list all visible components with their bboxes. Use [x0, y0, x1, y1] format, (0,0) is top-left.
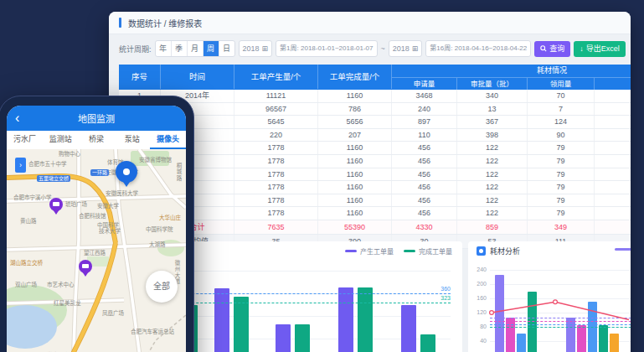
map-label: 合肥市五十中学 [28, 159, 67, 168]
y-axis-tick-label: 80 [470, 324, 487, 329]
table-cell: 79 [528, 155, 595, 168]
bar-generated [214, 288, 229, 352]
table-cell: 690 [595, 103, 631, 116]
legend-item-完成工单量[interactable]: 完成工单量 [404, 246, 452, 256]
period-label: 统计周期: [119, 44, 152, 54]
table-cell: 1778 [234, 194, 318, 207]
charts-row: 产生工单量完成工单量 360323 耗材分析 2402001601208040 [119, 241, 631, 352]
breadcrumb-accent-bar [119, 18, 121, 28]
table-cell: 67 [595, 142, 631, 154]
table-group-header: 耗材情况 [392, 65, 631, 78]
legend-marker [345, 250, 357, 252]
table-cell: 1778 [234, 168, 318, 181]
map-label: 双山广场 [15, 280, 37, 288]
map-label: 合肥汽车客运总站 [131, 327, 174, 335]
consumable-bar [517, 334, 526, 352]
table-cell: 70 [528, 90, 595, 102]
table-cell: 4330 [392, 220, 457, 234]
period-segment-季[interactable]: 季 [172, 41, 188, 56]
table-cell: 207 [318, 129, 392, 142]
table-cell: 67 [595, 155, 631, 168]
table-cell: 1160 [318, 181, 392, 194]
legend-label: 产生工单量 [360, 246, 394, 256]
table-row: 356455656897367124129 [119, 116, 631, 129]
period-segments: 年季月周日 [155, 40, 235, 57]
chart-legend: 产生工单量完成工单量 [345, 246, 452, 256]
map-expand-button[interactable]: › [15, 158, 26, 173]
range-separator: ~ [381, 44, 385, 53]
phone-tab-泵站[interactable]: 泵站 [114, 131, 150, 149]
table-cell: 1160 [318, 207, 392, 220]
table-subheader-cell: 审批量（批） [457, 78, 528, 90]
query-label: 查询 [549, 41, 564, 57]
table-cell: 124 [528, 116, 595, 128]
table-cell: 1160 [318, 168, 392, 181]
table-cell: 7 [528, 103, 595, 116]
table-cell: 96567 [234, 103, 318, 116]
filter-bar: 统计周期: 年季月周日 2018 ⊞ 第1周: 2018-01-01~2018-… [109, 37, 631, 60]
table-cell: 1160 [318, 90, 392, 102]
period-segment-年[interactable]: 年 [156, 41, 172, 56]
camera-pin-icon[interactable] [49, 198, 63, 211]
table-cell: 859 [457, 220, 528, 234]
table-cell: 456 [392, 142, 457, 154]
table-cell: 122 [457, 194, 528, 207]
week-range-from-input[interactable]: 第1周: 2018-01-01~2018-01-07 [276, 40, 377, 57]
table-cell: 67 [595, 168, 631, 181]
y-axis-tick-label: 160 [470, 295, 487, 301]
export-label: 导出Excel [586, 41, 620, 57]
camera-pin-icon[interactable] [79, 260, 92, 273]
period-segment-月[interactable]: 月 [188, 41, 204, 56]
chart-gridline [490, 284, 631, 285]
map-view[interactable]: › 全部 购物中心合肥市五十中学体育馆安徽农业大学安徽省博物馆桐城路一环路五里墩… [7, 149, 186, 352]
chart-gridline [490, 298, 631, 299]
legend-label: 完成工单量 [419, 246, 452, 256]
y-axis-tick-label: 240 [470, 267, 487, 272]
map-label: 一环路 [90, 169, 109, 176]
period-segment-日[interactable]: 日 [219, 41, 234, 56]
map-label: 安徽大学 [97, 201, 119, 210]
year-to-select[interactable]: 2018 ⊞ [389, 40, 423, 57]
selected-location-pin-icon[interactable] [116, 161, 137, 183]
y-axis-tick-label: 200 [470, 281, 487, 287]
table-row: 7177811604561227967 [119, 168, 631, 182]
map-label: 购物中心 [59, 149, 80, 158]
download-icon: ↓ [580, 41, 584, 57]
map-label: 安徽省博物馆 [139, 155, 172, 163]
phone-tab-污水厂[interactable]: 污水厂 [7, 131, 43, 149]
export-excel-button[interactable]: ↓ 导出Excel [574, 41, 626, 57]
phone-mockup: ‹ 地图监测 污水厂监测站桥梁泵站摄像头 [0, 96, 194, 352]
report-table: 序号时间工单产生量/个工单完成量/个耗材情况申请量审批量（批）领用量入库量120… [119, 65, 631, 249]
phone-tab-监测站[interactable]: 监测站 [43, 131, 79, 149]
table-cell: 67 [595, 194, 631, 207]
table-cell: 67 [595, 207, 631, 220]
table-cell: 786 [318, 103, 392, 116]
table-cell: 122 [457, 168, 528, 181]
table-cell: 122 [457, 207, 528, 220]
reference-line [490, 321, 631, 322]
table-cell: 1160 [318, 194, 392, 207]
year-from-select[interactable]: 2018 ⊞ [239, 40, 273, 57]
map-all-button[interactable]: 全部 [146, 271, 178, 303]
table-cell: 79 [528, 181, 595, 194]
bar-completed [420, 334, 435, 352]
phone-tab-摄像头[interactable]: 摄像头 [150, 131, 186, 149]
week-range-to-input[interactable]: 第16周: 2018-04-16~2018-04-22 [425, 40, 531, 57]
breadcrumb-text: 数据统计 / 维修报表 [128, 17, 202, 29]
consumables-legend-marker[interactable] [615, 248, 631, 251]
back-chevron-icon[interactable]: ‹ [15, 106, 19, 131]
table-cell: 456 [392, 207, 457, 220]
reference-line [490, 318, 631, 318]
map-label: 琥珀广场 [65, 199, 87, 208]
map-label: 凤凰广场 [102, 308, 124, 317]
period-segment-周[interactable]: 周 [204, 41, 219, 56]
legend-item-产生工单量[interactable]: 产生工单量 [345, 246, 394, 256]
phone-tab-桥梁[interactable]: 桥梁 [79, 131, 115, 149]
calendar-icon: ⊞ [262, 41, 269, 56]
consumables-chart-card: 耗材分析 2402001601208040 [468, 241, 631, 352]
reference-line [490, 327, 631, 328]
query-button[interactable]: 查询 [534, 41, 570, 57]
table-cell: 122 [457, 142, 528, 154]
table-row: 5177811604561227967 [119, 142, 631, 155]
phone-app-header: ‹ 地图监测 [7, 106, 186, 131]
